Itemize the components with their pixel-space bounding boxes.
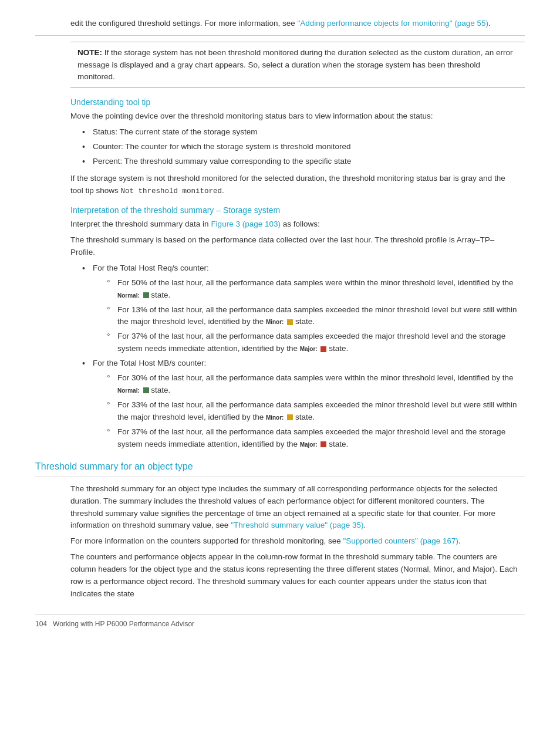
note-text: If the storage system has not been thres… <box>77 48 512 81</box>
threshold-object-content: The threshold summary for an object type… <box>35 483 525 600</box>
sub-list-mbs: For 30% of the last hour, all the perfor… <box>93 372 519 451</box>
normal-badge-2: Normal: <box>117 387 140 394</box>
interpretation-heading: Interpretation of the threshold summary … <box>70 205 519 215</box>
normal-badge-1: Normal: <box>117 292 140 298</box>
major-color-2 <box>321 441 326 447</box>
interpretation-intro1: Interpret the threshold summary data in … <box>70 218 519 231</box>
supported-counters-link[interactable]: "Supported counters" (page 167) <box>343 536 458 545</box>
threshold-value-link[interactable]: "Threshold summary value" (page 35) <box>231 521 363 529</box>
interpretation-section: Interpretation of the threshold summary … <box>35 205 525 451</box>
sub-list-item: For 13% of the last hour, all the perfor… <box>107 304 519 329</box>
sub-list-req: For 50% of the last hour, all the perfor… <box>93 277 519 356</box>
section-divider <box>35 477 525 477</box>
top-link[interactable]: "Adding performance objects for monitori… <box>297 19 488 28</box>
sub-list-item: For 37% of the last hour, all the perfor… <box>107 330 519 355</box>
list-item: Counter: The counter for which the stora… <box>82 141 519 153</box>
threshold-para2: For more information on the counters sup… <box>70 535 519 548</box>
threshold-object-heading: Threshold summary for an object type <box>35 461 525 472</box>
normal-color-2 <box>143 387 149 393</box>
sub-list-item: For 33% of the last hour, all the perfor… <box>107 399 519 424</box>
footer: 104 Working with HP P6000 Performance Ad… <box>35 615 525 628</box>
sub-list-item: For 37% of the last hour, all the perfor… <box>107 426 519 451</box>
list-item: Percent: The threshold summary value cor… <box>82 156 519 168</box>
minor-color-2 <box>287 414 293 420</box>
understanding-bullet-list: Status: The current state of the storage… <box>70 126 519 168</box>
understanding-closing: If the storage system is not threshold m… <box>70 173 519 197</box>
threshold-object-section: Threshold summary for an object type The… <box>35 461 525 600</box>
minor-badge-2: Minor: <box>266 414 284 421</box>
understanding-intro: Move the pointing device over the thresh… <box>70 110 519 123</box>
page: edit the configured threshold settings. … <box>0 0 560 652</box>
top-section: edit the configured threshold settings. … <box>35 18 525 36</box>
footer-page-number: 104 <box>35 620 47 628</box>
figure-link[interactable]: Figure 3 (page 103) <box>211 220 281 228</box>
note-label: NOTE: <box>77 48 102 57</box>
threshold-para1: The threshold summary for an object type… <box>70 483 519 532</box>
understanding-section: Understanding tool tip Move the pointing… <box>35 97 525 197</box>
list-item-mbs: For the Total Host MB/s counter: For 30%… <box>82 357 519 450</box>
threshold-para3: The counters and performance objects app… <box>70 551 519 600</box>
note-box: NOTE: If the storage system has not been… <box>70 42 525 88</box>
list-item: Status: The current state of the storage… <box>82 126 519 139</box>
mono-text: Not threshold monitored <box>121 187 222 195</box>
list-item-req: For the Total Host Req/s counter: For 50… <box>82 262 519 355</box>
minor-color-1 <box>287 319 293 325</box>
minor-badge-1: Minor: <box>266 319 284 325</box>
major-badge-1: Major: <box>300 346 318 352</box>
footer-text: Working with HP P6000 Performance Adviso… <box>53 620 194 628</box>
top-paragraph: edit the configured threshold settings. … <box>70 18 525 29</box>
sub-list-item: For 30% of the last hour, all the perfor… <box>107 372 519 397</box>
normal-color-1 <box>143 292 149 298</box>
major-badge-2: Major: <box>300 441 318 447</box>
interpretation-intro2: The threshold summary is based on the pe… <box>70 234 519 259</box>
interpretation-main-list: For the Total Host Req/s counter: For 50… <box>70 262 519 451</box>
major-color-1 <box>321 346 326 352</box>
sub-list-item: For 50% of the last hour, all the perfor… <box>107 277 519 302</box>
understanding-heading: Understanding tool tip <box>70 97 519 107</box>
